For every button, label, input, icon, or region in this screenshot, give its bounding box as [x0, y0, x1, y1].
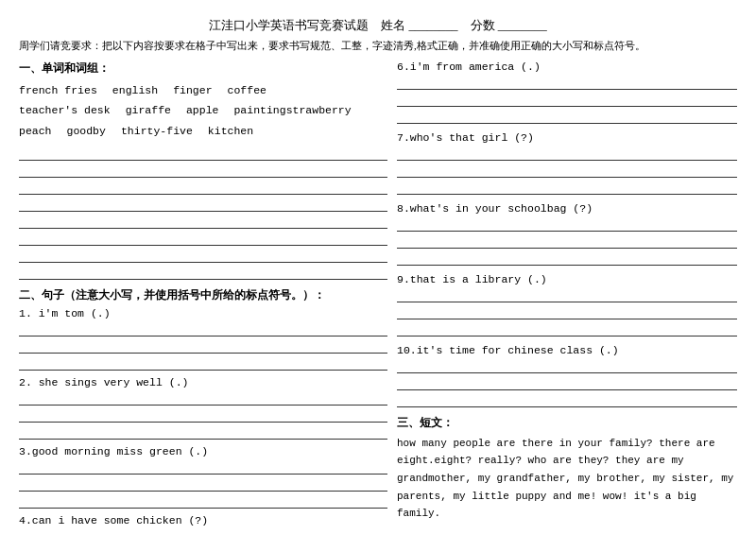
section3-title: 三、短文： [397, 415, 737, 431]
right-text-7: 7.who's that girl (?) [397, 131, 737, 144]
right-text-10: 10.it's time for chinese class (.) [397, 344, 737, 356]
word-giraffe: giraffe [126, 100, 171, 121]
right-lines-6 [397, 75, 737, 124]
sentence-item-4: 4.can i have some chicken (?) [19, 514, 387, 535]
write-line [19, 321, 387, 337]
write-line [397, 321, 737, 337]
write-line [19, 476, 387, 492]
right-lines-9 [397, 287, 737, 337]
right-item-6: 6.i'm from america (.) [397, 60, 737, 124]
word-row-1: french fries english finger coffee [19, 80, 387, 101]
section3-text: how many people are there in your family… [397, 435, 737, 523]
section2: 二、句子（注意大小写，并使用括号中所给的标点符号。）： 1. i'm tom (… [19, 287, 387, 535]
right-text-9: 9.that is a library (.) [397, 273, 737, 285]
sentence-text-2: 2. she sings very well (.) [19, 376, 387, 388]
write-line [19, 528, 387, 535]
write-line [397, 180, 737, 195]
write-line [397, 250, 737, 266]
name-line: ________ [409, 18, 458, 32]
write-line [397, 287, 737, 302]
write-line [19, 493, 387, 509]
sentence-item-1: 1. i'm tom (.) [19, 307, 387, 371]
exam-page: 江洼口小学英语书写竞赛试题 姓名 ________ 分数 ________ 周学… [0, 0, 756, 535]
word-painting-strawberry: paintingstrawberry [233, 100, 351, 121]
word-goodby: goodby [67, 121, 106, 142]
name-label: 姓名 [381, 18, 405, 32]
write-line [19, 459, 387, 475]
word-english: english [112, 80, 158, 101]
sentence-text-4: 4.can i have some chicken (?) [19, 514, 387, 526]
section3: 三、短文： how many people are there in your … [397, 415, 737, 535]
sentence-lines-4 [19, 528, 387, 535]
word-apple: apple [186, 100, 219, 121]
right-items: 6.i'm from america (.) 7.who's that girl… [397, 60, 737, 407]
word-peach: peach [19, 121, 52, 142]
write-line [19, 180, 387, 195]
word-french-fries: french fries [19, 80, 97, 101]
sentence-text-1: 1. i'm tom (.) [19, 307, 387, 319]
write-line [397, 375, 737, 390]
instructions-text: 周学们请竞要求：把以下内容按要求在格子中写出来，要求书写规范、工整，字迹清秀,格… [19, 38, 737, 55]
write-line [397, 75, 737, 90]
right-lines-8 [397, 216, 737, 266]
right-item-7: 7.who's that girl (?) [397, 131, 737, 195]
right-column: 6.i'm from america (.) 7.who's that girl… [397, 60, 737, 535]
right-lines-10 [397, 358, 737, 407]
sentence-lines-2 [19, 390, 387, 440]
right-item-10: 10.it's time for chinese class (.) [397, 344, 737, 407]
right-text-6: 6.i'm from america (.) [397, 60, 737, 73]
word-row-2: teacher's desk giraffe apple paintingstr… [19, 100, 387, 121]
write-line [19, 338, 387, 354]
exam-title: 江洼口小学英语书写竞赛试题 [209, 18, 369, 32]
right-item-8: 8.what's in your schoolbag (?) [397, 202, 737, 266]
write-line [397, 163, 737, 178]
section3-write-lines [397, 526, 737, 535]
right-text-8: 8.what's in your schoolbag (?) [397, 202, 737, 215]
word-grid: french fries english finger coffee teach… [19, 80, 387, 143]
write-line [19, 355, 387, 371]
section2-title: 二、句子（注意大小写，并使用括号中所给的标点符号。）： [19, 287, 387, 303]
word-thirty-five: thirty-five [121, 121, 193, 142]
sentence-text-3: 3.good morning miss green (.) [19, 445, 387, 457]
write-line [19, 146, 387, 161]
write-line [19, 390, 387, 406]
write-line [19, 214, 387, 229]
write-line [397, 304, 737, 319]
score-label: 分数 [471, 18, 495, 32]
section1: 一、单词和词组： french fries english finger cof… [19, 60, 387, 281]
write-line [19, 163, 387, 178]
sentence-lines-1 [19, 321, 387, 371]
write-line [19, 248, 387, 263]
write-line [19, 231, 387, 246]
write-line [19, 197, 387, 212]
write-line [19, 424, 387, 440]
exam-header: 江洼口小学英语书写竞赛试题 姓名 ________ 分数 ________ [19, 17, 737, 34]
section1-write-lines [19, 146, 387, 280]
write-line [397, 526, 737, 535]
left-column: 一、单词和词组： french fries english finger cof… [19, 60, 387, 535]
word-finger: finger [173, 80, 212, 101]
sentence-item-2: 2. she sings very well (.) [19, 376, 387, 440]
write-line [397, 392, 737, 407]
write-line [397, 109, 737, 124]
write-line [19, 407, 387, 423]
word-coffee: coffee [228, 80, 266, 101]
write-line [397, 216, 737, 232]
right-lines-7 [397, 146, 737, 195]
write-line [19, 265, 387, 280]
main-layout: 一、单词和词组： french fries english finger cof… [19, 60, 737, 535]
write-line [397, 358, 737, 373]
word-kitchen: kitchen [208, 121, 253, 142]
write-line [397, 92, 737, 107]
word-row-3: peach goodby thirty-five kitchen [19, 121, 387, 142]
right-item-9: 9.that is a library (.) [397, 273, 737, 337]
word-teachers-desk: teacher's desk [19, 100, 111, 121]
score-line: ________ [498, 18, 547, 32]
section1-title: 一、单词和词组： [19, 60, 387, 77]
write-line [397, 233, 737, 249]
write-line [397, 146, 737, 161]
sentence-item-3: 3.good morning miss green (.) [19, 445, 387, 509]
sentence-lines-3 [19, 459, 387, 509]
